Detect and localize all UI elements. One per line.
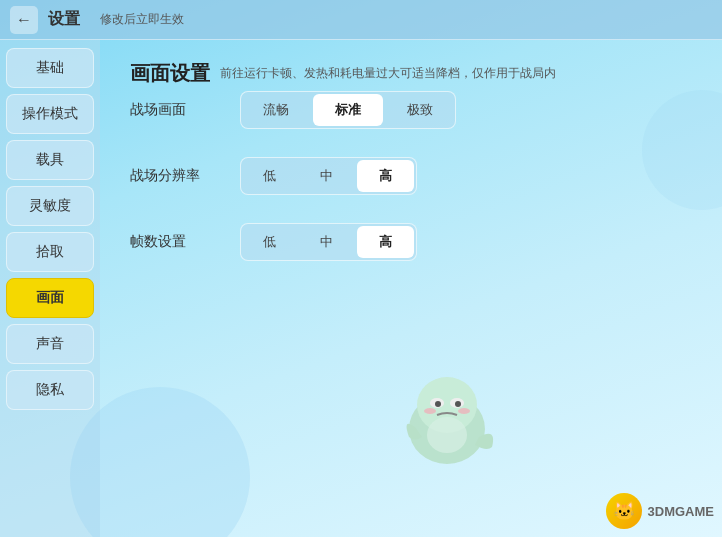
- sidebar: 基础 操作模式 载具 灵敏度 拾取 画面 声音 隐私: [0, 40, 100, 537]
- setting-label-battle-screen: 战场画面: [130, 101, 220, 119]
- option-frame-mid[interactable]: 中: [298, 224, 355, 260]
- watermark: 🐱 3DMGAME: [606, 493, 714, 529]
- section-desc: 前往运行卡顿、发热和耗电量过大可适当降档，仅作用于战局内: [220, 65, 556, 82]
- option-resolution-mid[interactable]: 中: [298, 158, 355, 194]
- sidebar-item-sound[interactable]: 声音: [6, 324, 94, 364]
- svg-point-7: [458, 408, 470, 414]
- mascot: [387, 357, 507, 477]
- top-bar: ← 设置 修改后立即生效: [0, 0, 722, 40]
- option-group-battle-screen: 流畅 标准 极致: [240, 91, 456, 129]
- sidebar-item-basic[interactable]: 基础: [6, 48, 94, 88]
- setting-label-frame: 帧数设置: [130, 233, 220, 251]
- option-resolution-low[interactable]: 低: [241, 158, 298, 194]
- back-button[interactable]: ←: [10, 6, 38, 34]
- setting-row-battle-resolution: 战场分辨率 低 中 高: [130, 157, 692, 195]
- option-group-frame: 低 中 高: [240, 223, 417, 261]
- setting-row-battle-screen: 战场画面 流畅 标准 极致: [130, 91, 692, 129]
- sidebar-item-pickup[interactable]: 拾取: [6, 232, 94, 272]
- option-battle-screen-standard[interactable]: 标准: [313, 94, 383, 126]
- svg-point-8: [427, 417, 467, 453]
- option-resolution-high[interactable]: 高: [357, 160, 414, 192]
- option-battle-screen-extreme[interactable]: 极致: [385, 92, 455, 128]
- page-title: 设置: [48, 9, 80, 30]
- svg-point-5: [455, 401, 461, 407]
- option-frame-high[interactable]: 高: [357, 226, 414, 258]
- page-subtitle: 修改后立即生效: [100, 11, 184, 28]
- content-area: 画面设置 前往运行卡顿、发热和耗电量过大可适当降档，仅作用于战局内 战场画面 流…: [100, 40, 722, 537]
- sidebar-item-privacy[interactable]: 隐私: [6, 370, 94, 410]
- option-frame-low[interactable]: 低: [241, 224, 298, 260]
- sidebar-item-vehicle[interactable]: 载具: [6, 140, 94, 180]
- setting-label-battle-resolution: 战场分辨率: [130, 167, 220, 185]
- sidebar-item-operation[interactable]: 操作模式: [6, 94, 94, 134]
- svg-point-6: [424, 408, 436, 414]
- setting-row-frame: 帧数设置 低 中 高: [130, 223, 692, 261]
- sidebar-item-sensitivity[interactable]: 灵敏度: [6, 186, 94, 226]
- sidebar-item-screen[interactable]: 画面: [6, 278, 94, 318]
- main-layout: 基础 操作模式 载具 灵敏度 拾取 画面 声音 隐私 画面设置 前往运行卡顿、发…: [0, 40, 722, 537]
- option-battle-screen-smooth[interactable]: 流畅: [241, 92, 311, 128]
- section-title: 画面设置 前往运行卡顿、发热和耗电量过大可适当降档，仅作用于战局内: [130, 60, 692, 87]
- watermark-icon: 🐱: [606, 493, 642, 529]
- option-group-battle-resolution: 低 中 高: [240, 157, 417, 195]
- watermark-label: 3DMGAME: [648, 504, 714, 519]
- svg-point-4: [435, 401, 441, 407]
